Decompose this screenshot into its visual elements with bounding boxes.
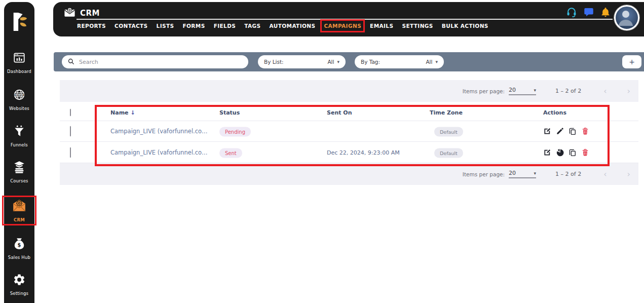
tab-automations[interactable]: AUTOMATIONS	[270, 23, 316, 29]
headset-icon[interactable]	[566, 7, 577, 20]
next-page-button[interactable]: ›	[627, 87, 630, 95]
campaign-name-link[interactable]: Campaign_LIVE (vaforfunnel.co…	[110, 149, 208, 156]
time-zone-badge: Default	[434, 148, 463, 158]
status-badge: Pending	[219, 127, 251, 137]
next-page-button[interactable]: ›	[627, 170, 630, 178]
items-per-page-select[interactable]: 20 ▾	[509, 170, 536, 178]
crm-module-icon	[63, 7, 76, 20]
time-zone-badge: Default	[434, 127, 463, 137]
header-icons	[566, 7, 611, 20]
tab-campaigns[interactable]: CAMPAIGNS	[324, 23, 361, 29]
table-header-row: Name ↓ Status Sent On Time Zone Actions	[60, 104, 638, 121]
tab-reports[interactable]: REPORTS	[77, 23, 106, 29]
by-list-label: By List:	[264, 59, 284, 65]
sidebar-item-label: Sales Hub	[8, 255, 30, 260]
sidebar-item-crm[interactable]: CRM	[4, 198, 34, 223]
by-tag-dropdown[interactable]: By Tag: All ▾	[355, 55, 444, 68]
row-actions	[543, 148, 589, 157]
sent-on-value: Dec 22, 2024, 9:23:00 AM	[327, 149, 400, 156]
tab-bulk-actions[interactable]: BULK ACTIONS	[442, 23, 488, 29]
items-per-page-label: Items per page:	[463, 171, 505, 177]
add-campaign-button[interactable]: +	[622, 55, 641, 68]
previous-page-button[interactable]: ‹	[603, 170, 607, 178]
sidebar-item-courses[interactable]: Courses	[4, 160, 34, 184]
sidebar-item-sales-hub[interactable]: $ Sales Hub	[4, 236, 34, 261]
by-tag-label: By Tag:	[361, 59, 380, 65]
chevron-down-icon: ▾	[534, 171, 537, 176]
tab-forms[interactable]: FORMS	[182, 23, 205, 29]
campaign-name-link[interactable]: Campaign_LIVE (vaforfunnel.co…	[110, 128, 208, 135]
row-checkbox[interactable]	[70, 126, 71, 137]
tab-contacts[interactable]: CONTACTS	[115, 23, 148, 29]
svg-text:$: $	[18, 242, 21, 248]
chevron-down-icon: ▾	[337, 59, 339, 64]
pagination-bottom: Items per page: 20 ▾ 1 – 2 of 2 ‹ ›	[60, 163, 638, 185]
column-header-sent-on: Sent On	[327, 109, 352, 116]
funnel-icon	[13, 125, 26, 140]
sidebar-item-dashboard[interactable]: Dashboard	[4, 50, 34, 75]
sidebar-item-websites[interactable]: WWW Websites	[4, 87, 34, 112]
avatar[interactable]	[614, 5, 639, 30]
pagination-range: 1 – 2 of 2	[555, 88, 581, 94]
row-actions	[543, 127, 589, 135]
gear-icon	[13, 273, 26, 288]
delete-icon[interactable]	[581, 148, 589, 157]
column-header-actions: Actions	[543, 109, 566, 116]
table-row: Campaign_LIVE (vaforfunnel.co… Pending D…	[60, 121, 638, 142]
page-title: CRM	[80, 9, 100, 18]
tab-lists[interactable]: LISTS	[157, 23, 174, 29]
column-header-name[interactable]: Name ↓	[110, 109, 135, 116]
tab-fields[interactable]: FIELDS	[214, 23, 236, 29]
pagination-range: 1 – 2 of 2	[555, 171, 581, 177]
globe-icon: WWW	[13, 88, 26, 103]
copy-icon[interactable]	[569, 127, 577, 135]
tab-tags[interactable]: TAGS	[244, 23, 260, 29]
sidebar-item-label: Funnels	[11, 142, 28, 147]
pencil-icon[interactable]	[556, 127, 564, 135]
row-checkbox[interactable]	[70, 147, 71, 158]
search-box	[62, 55, 248, 68]
tab-settings[interactable]: SETTINGS	[402, 23, 433, 29]
filter-bar: By List: All ▾ By Tag: All ▾ +	[54, 52, 644, 71]
campaigns-table: Name ↓ Status Sent On Time Zone Actions …	[60, 104, 638, 163]
bell-icon[interactable]	[600, 7, 611, 19]
pie-chart-icon[interactable]	[556, 148, 564, 157]
sidebar-item-funnels[interactable]: Funnels	[4, 124, 34, 148]
avatar-photo	[616, 7, 636, 27]
money-bag-icon: $	[13, 237, 26, 252]
dashboard-icon	[13, 51, 26, 66]
status-badge: Sent	[219, 148, 242, 158]
copy-icon[interactable]	[569, 148, 577, 157]
sidebar-item-label: Courses	[10, 178, 28, 183]
column-header-time-zone: Time Zone	[430, 109, 463, 116]
items-per-page-value: 20	[509, 170, 516, 176]
app-canvas: Dashboard WWW Websites	[0, 0, 644, 303]
chevron-down-icon: ▾	[534, 88, 537, 93]
top-header: CRM	[53, 2, 644, 36]
items-per-page-select[interactable]: 20 ▾	[509, 87, 536, 95]
search-icon	[68, 57, 74, 67]
by-list-dropdown[interactable]: By List: All ▾	[258, 55, 346, 68]
tab-emails[interactable]: EMAILS	[370, 23, 393, 29]
column-header-status: Status	[219, 109, 240, 116]
items-per-page-label: Items per page:	[463, 88, 505, 94]
crm-envelope-icon	[12, 199, 26, 215]
chat-icon[interactable]	[584, 7, 594, 19]
edit-note-icon[interactable]	[543, 148, 551, 157]
edit-note-icon[interactable]	[543, 127, 551, 135]
search-input[interactable]	[78, 58, 242, 66]
select-all-checkbox[interactable]	[70, 108, 71, 116]
delete-icon[interactable]	[581, 127, 589, 135]
svg-text:WWW: WWW	[15, 93, 23, 96]
app-logo-icon[interactable]	[11, 11, 28, 33]
items-per-page-value: 20	[509, 87, 516, 93]
by-tag-value: All	[426, 59, 432, 65]
crm-nav-tabs: REPORTS CONTACTS LISTS FORMS FIELDS TAGS…	[77, 23, 488, 29]
header-divider	[77, 19, 613, 20]
sidebar-item-label: Settings	[10, 291, 28, 296]
previous-page-button[interactable]: ‹	[603, 87, 607, 95]
sidebar-item-label: CRM	[14, 217, 25, 222]
chevron-down-icon: ▾	[435, 59, 438, 64]
sidebar-item-settings[interactable]: Settings	[4, 272, 34, 297]
sidebar: Dashboard WWW Websites	[4, 2, 34, 303]
